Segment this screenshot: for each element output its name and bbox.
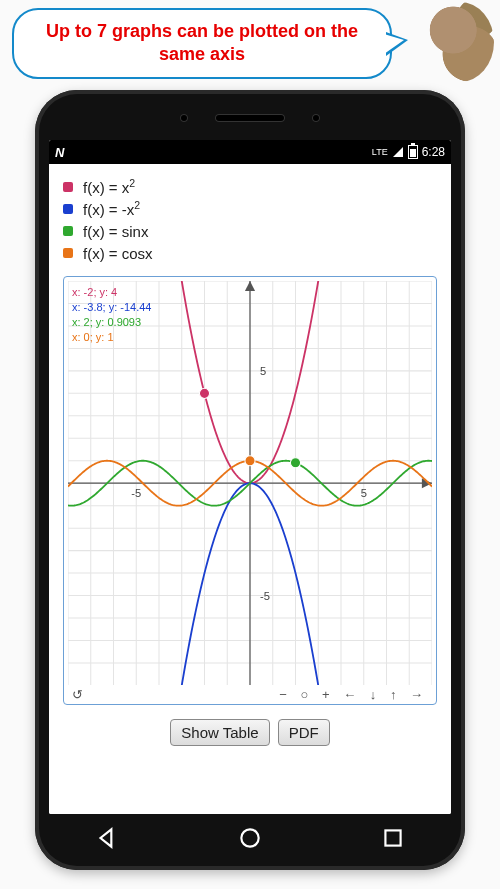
svg-rect-46 bbox=[386, 830, 401, 845]
legend-item: f(x) = -x2 bbox=[63, 198, 437, 220]
zoom-reset-icon[interactable]: ○ bbox=[295, 687, 313, 702]
status-time: 6:28 bbox=[422, 145, 445, 159]
nav-home-icon[interactable] bbox=[237, 825, 263, 851]
svg-point-42 bbox=[199, 388, 209, 398]
pan-down-icon[interactable]: ↓ bbox=[365, 687, 382, 702]
legend-item: f(x) = cosx bbox=[63, 242, 437, 264]
squirrel-image bbox=[426, 2, 494, 82]
button-row: Show Table PDF bbox=[63, 719, 437, 746]
reset-icon[interactable]: ↺ bbox=[72, 687, 83, 702]
legend-item: f(x) = x2 bbox=[63, 176, 437, 198]
readout: x: 0; y: 1 bbox=[72, 330, 151, 345]
legend-label: f(x) = sinx bbox=[83, 220, 148, 242]
show-table-button[interactable]: Show Table bbox=[170, 719, 269, 746]
pdf-button[interactable]: PDF bbox=[278, 719, 330, 746]
legend-swatch bbox=[63, 204, 73, 214]
legend-label: f(x) = cosx bbox=[83, 242, 153, 264]
callout-bubble: Up to 7 graphs can be plotted on the sam… bbox=[12, 8, 392, 79]
legend-swatch bbox=[63, 248, 73, 258]
battery-icon bbox=[408, 145, 418, 159]
svg-point-43 bbox=[245, 456, 255, 466]
callout-area: Up to 7 graphs can be plotted on the sam… bbox=[0, 0, 500, 90]
readouts: x: -2; y: 4 x: -3.8; y: -14.44 x: 2; y: … bbox=[72, 285, 151, 344]
legend-label: f(x) = -x2 bbox=[83, 198, 140, 220]
nav-recent-icon[interactable] bbox=[380, 825, 406, 851]
zoom-in-icon[interactable]: + bbox=[317, 687, 335, 702]
phone-sensor bbox=[312, 114, 320, 122]
function-legend: f(x) = x2 f(x) = -x2 f(x) = sinx f(x) = … bbox=[63, 176, 437, 264]
svg-text:-5: -5 bbox=[260, 590, 270, 602]
callout-text: Up to 7 graphs can be plotted on the sam… bbox=[46, 21, 358, 64]
legend-item: f(x) = sinx bbox=[63, 220, 437, 242]
readout: x: -3.8; y: -14.44 bbox=[72, 300, 151, 315]
phone-camera bbox=[180, 114, 188, 122]
n-indicator-icon: N bbox=[55, 145, 64, 160]
android-navbar bbox=[35, 818, 465, 858]
svg-text:5: 5 bbox=[260, 365, 266, 377]
plot-controls-right: − ○ + ← ↓ ↑ → bbox=[274, 687, 428, 702]
phone-screen: N LTE 6:28 f(x) = x2 f(x) = -x2 bbox=[49, 140, 451, 814]
pan-right-icon[interactable]: → bbox=[405, 687, 428, 702]
app-content: f(x) = x2 f(x) = -x2 f(x) = sinx f(x) = … bbox=[49, 164, 451, 814]
legend-swatch bbox=[63, 226, 73, 236]
network-indicator: LTE bbox=[372, 147, 388, 157]
status-bar: N LTE 6:28 bbox=[49, 140, 451, 164]
svg-text:5: 5 bbox=[361, 487, 367, 499]
readout: x: 2; y: 0.9093 bbox=[72, 315, 151, 330]
pan-up-icon[interactable]: ↑ bbox=[385, 687, 402, 702]
nav-back-icon[interactable] bbox=[94, 825, 120, 851]
plot-container: x: -2; y: 4 x: -3.8; y: -14.44 x: 2; y: … bbox=[63, 276, 437, 705]
phone-frame: N LTE 6:28 f(x) = x2 f(x) = -x2 bbox=[35, 90, 465, 870]
pan-left-icon[interactable]: ← bbox=[338, 687, 361, 702]
svg-point-45 bbox=[241, 829, 258, 846]
signal-icon bbox=[392, 146, 404, 158]
status-right: LTE 6:28 bbox=[372, 145, 445, 159]
zoom-out-icon[interactable]: − bbox=[274, 687, 292, 702]
readout: x: -2; y: 4 bbox=[72, 285, 151, 300]
svg-point-44 bbox=[290, 458, 300, 468]
legend-swatch bbox=[63, 182, 73, 192]
phone-speaker bbox=[215, 114, 285, 122]
svg-text:-5: -5 bbox=[131, 487, 141, 499]
legend-label: f(x) = x2 bbox=[83, 176, 135, 198]
plot-controls: ↺ − ○ + ← ↓ ↑ → bbox=[68, 685, 432, 702]
